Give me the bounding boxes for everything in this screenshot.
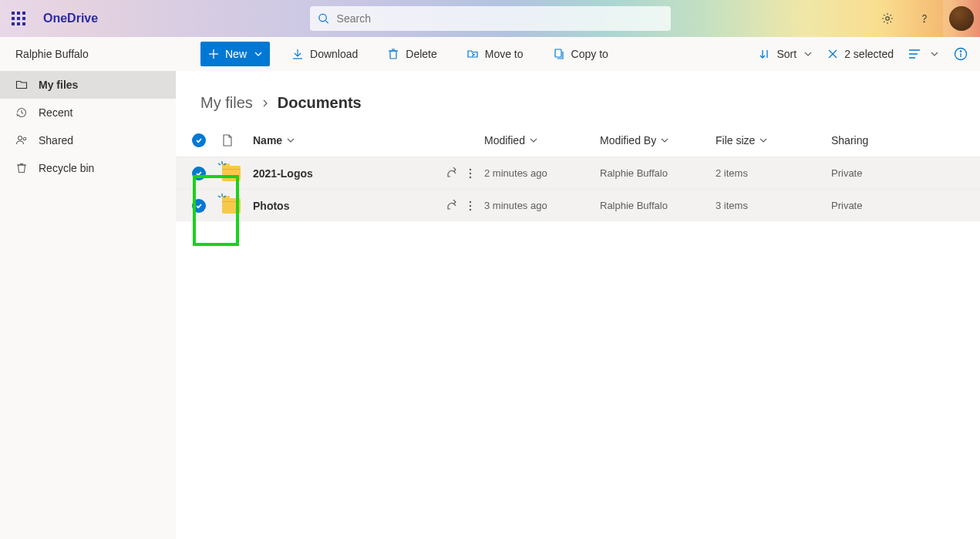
download-icon [291,48,304,60]
view-options-button[interactable] [909,49,938,59]
chevron-down-icon [287,136,295,144]
column-modified-by[interactable]: Modified By [600,134,716,147]
svg-rect-8 [390,51,396,59]
svg-point-0 [318,14,325,21]
chevron-down-icon [804,50,812,58]
move-to-label: Move to [485,48,524,60]
column-modified[interactable]: Modified [484,134,600,147]
command-bar: Ralphie Buffalo New Download Delete Move… [0,37,980,71]
delete-icon [387,48,399,60]
svg-point-29 [470,168,471,170]
chevron-right-icon [261,99,270,108]
search-box[interactable] [310,6,671,31]
help-button[interactable] [906,0,943,37]
tenant-user-label: Ralphie Buffalo [0,48,176,60]
file-type-icon [222,134,233,147]
svg-point-21 [960,50,961,51]
move-to-icon [466,48,479,60]
search-input[interactable] [337,12,663,25]
item-sharing: Private [831,200,968,211]
shortcut-spark-icon [217,194,227,203]
svg-point-35 [470,200,471,202]
sidebar-item-recent[interactable]: Recent [0,99,176,126]
new-button-label: New [225,48,247,60]
svg-point-22 [19,136,22,140]
details-pane-button[interactable] [954,47,968,61]
sidebar-item-shared[interactable]: Shared [0,126,176,154]
svg-point-23 [23,137,25,140]
table-row[interactable]: Photos 3 minutes ago Ralphie Buffalo 3 i… [176,189,980,221]
item-file-size: 2 items [716,167,831,179]
item-name[interactable]: 2021-Logos [253,167,313,180]
sort-label: Sort [776,48,796,60]
sort-button[interactable]: Sort [759,48,812,60]
item-modified-by: Ralphie Buffalo [600,200,716,211]
delete-label: Delete [406,48,436,60]
row-select-toggle[interactable] [192,167,206,180]
sidebar-item-label: Recent [39,106,72,119]
item-modified-by: Ralphie Buffalo [600,167,716,179]
recycle-bin-icon [15,162,28,174]
more-actions-icon[interactable] [469,167,472,180]
help-icon [918,12,931,25]
svg-point-3 [924,22,924,22]
column-name[interactable]: Name [253,134,484,147]
settings-button[interactable] [869,0,906,37]
svg-line-28 [224,163,226,165]
item-name[interactable]: Photos [253,200,289,212]
column-type[interactable] [222,134,253,147]
svg-rect-11 [555,49,561,57]
delete-button[interactable]: Delete [379,42,444,66]
item-modified: 3 minutes ago [484,200,600,211]
chevron-down-icon [931,50,938,58]
new-button[interactable]: New [200,42,270,66]
svg-point-36 [470,204,471,206]
sidebar-item-label: Recycle bin [39,162,94,174]
folder-icon [222,198,241,214]
sidebar-item-label: Shared [39,134,73,147]
item-file-size: 3 items [716,200,831,211]
folder-outline-icon [15,79,28,91]
sidebar-item-label: My files [39,79,78,91]
svg-line-33 [218,196,221,197]
plus-icon [208,49,219,59]
brand-label[interactable]: OneDrive [43,12,98,25]
shortcut-spark-icon [217,161,227,170]
breadcrumb-current: Documents [278,94,362,112]
selected-count-label: 2 selected [844,48,894,60]
column-sharing[interactable]: Sharing [831,134,968,147]
main-content: My files Documents Name Modif [176,71,980,539]
more-actions-icon[interactable] [469,200,472,212]
share-icon[interactable] [446,167,458,180]
info-icon [954,47,968,61]
copy-to-button[interactable]: Copy to [545,42,616,66]
close-icon [827,49,838,59]
svg-line-27 [218,163,221,165]
download-label: Download [310,48,358,60]
chevron-down-icon [254,50,262,58]
select-all-toggle[interactable] [192,133,206,147]
gear-icon [881,12,894,25]
app-bar: OneDrive [0,0,980,37]
table-header: Name Modified Modified By File size Shar… [176,124,980,157]
move-to-button[interactable]: Move to [459,42,531,66]
share-icon[interactable] [446,200,458,212]
copy-to-label: Copy to [571,48,608,60]
sidebar-item-my-files[interactable]: My files [0,71,176,99]
row-select-toggle[interactable] [192,199,206,213]
table-row[interactable]: 2021-Logos 2 minutes ago Ralphie Buffalo… [176,157,980,189]
view-list-icon [909,49,923,59]
download-button[interactable]: Download [284,42,365,66]
avatar [949,6,974,31]
column-file-size[interactable]: File size [716,134,831,147]
sidebar-item-recycle-bin[interactable]: Recycle bin [0,154,176,182]
search-icon [318,12,329,25]
svg-point-31 [470,176,471,177]
app-launcher-button[interactable] [0,0,37,37]
account-button[interactable] [943,0,980,37]
svg-line-34 [224,196,226,197]
item-modified: 2 minutes ago [484,167,600,179]
breadcrumb-parent[interactable]: My files [200,94,253,112]
sort-icon [759,49,770,59]
clear-selection-button[interactable]: 2 selected [827,48,894,60]
